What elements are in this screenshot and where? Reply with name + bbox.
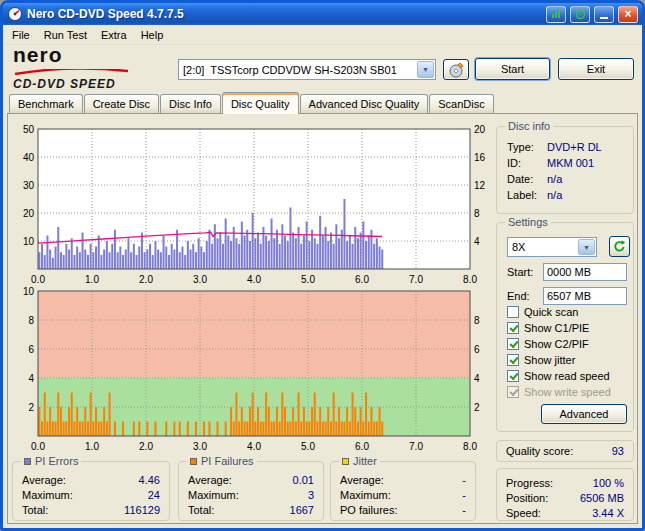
checkbox-show-read-speed[interactable]: Show read speed: [507, 369, 610, 383]
close-button[interactable]: ×: [618, 6, 638, 23]
svg-text:40: 40: [23, 152, 35, 163]
nero-brand-text: nero: [13, 45, 173, 65]
svg-text:6.0: 6.0: [355, 274, 369, 285]
svg-text:30: 30: [23, 180, 35, 191]
titlebar-button-1[interactable]: [546, 6, 566, 23]
svg-text:0.0: 0.0: [31, 274, 45, 285]
checkbox-show-c2-pif[interactable]: Show C2/PIF: [507, 337, 589, 351]
advanced-button[interactable]: Advanced: [541, 404, 627, 424]
checkbox-box: [507, 306, 519, 318]
refresh-icon: [613, 240, 626, 253]
jitter-legend-swatch: [342, 458, 349, 465]
tab-disc-quality[interactable]: Disc Quality: [222, 92, 299, 114]
progress-row: Progress:100 %: [497, 475, 633, 490]
svg-text:7.0: 7.0: [409, 441, 423, 452]
green-disc-icon: [575, 9, 586, 20]
drive-select[interactable]: [2:0] TSSTcorp CDDVDW SH-S203N SB01 ▼: [178, 59, 436, 80]
svg-text:3.0: 3.0: [193, 441, 207, 452]
checkbox-label: Show write speed: [524, 386, 611, 398]
checkbox-show-jitter[interactable]: Show jitter: [507, 353, 575, 367]
scan-status-group: Progress:100 % Position:6506 MB Speed:3.…: [496, 468, 634, 521]
exit-button[interactable]: Exit: [558, 58, 634, 80]
svg-text:5.0: 5.0: [301, 274, 315, 285]
jitter-maximum-value: -: [462, 489, 466, 501]
tab-benchmark[interactable]: Benchmark: [9, 94, 83, 113]
checkbox-show-c1-pie[interactable]: Show C1/PIE: [507, 321, 589, 335]
pi-errors-legend-swatch: [24, 458, 31, 465]
minimize-button[interactable]: [594, 6, 614, 23]
tab-create-disc[interactable]: Create Disc: [84, 94, 159, 113]
position-value: 6506 MB: [580, 492, 624, 504]
menu-help[interactable]: Help: [134, 26, 171, 44]
svg-text:12: 12: [474, 180, 486, 191]
client-area: File Run Test Extra Help nero CD-DVD SPE…: [3, 25, 642, 528]
title-bar[interactable]: Nero CD-DVD Speed 4.7.7.5 ×: [3, 3, 642, 25]
jitter-title: Jitter: [353, 455, 377, 467]
checkbox-label: Show jitter: [524, 354, 575, 366]
tab-strip: Benchmark Create Disc Disc Info Disc Qua…: [9, 92, 495, 113]
svg-text:6.0: 6.0: [355, 441, 369, 452]
svg-text:2.0: 2.0: [139, 274, 153, 285]
tab-scandisc[interactable]: ScanDisc: [429, 94, 493, 113]
tab-disc-info[interactable]: Disc Info: [160, 94, 221, 113]
svg-text:20: 20: [474, 124, 486, 135]
pi-errors-group: PI Errors Average:4.46 Maximum:24 Total:…: [12, 461, 170, 521]
nero-product-text: CD-DVD SPEED: [13, 77, 173, 91]
svg-text:4.0: 4.0: [247, 274, 261, 285]
speed-row: Speed:3.44 X: [497, 505, 633, 520]
svg-text:10: 10: [23, 286, 35, 297]
chevron-down-icon[interactable]: ▼: [417, 61, 434, 78]
progress-value: 100 %: [593, 477, 624, 489]
position-row: Position:6506 MB: [497, 490, 633, 505]
svg-text:8.0: 8.0: [463, 441, 477, 452]
disc-type-value: DVD+R DL: [547, 141, 602, 153]
svg-text:3.0: 3.0: [193, 274, 207, 285]
svg-text:10: 10: [23, 236, 35, 247]
disc-label-value: n/a: [547, 189, 562, 201]
pif-total-value: 1667: [290, 504, 314, 516]
pie-average-value: 4.46: [139, 474, 160, 486]
nero-logo: nero CD-DVD SPEED: [13, 45, 173, 91]
checkbox-box: [507, 386, 519, 398]
minimize-icon: [600, 17, 608, 19]
window-title: Nero CD-DVD Speed 4.7.7.5: [27, 7, 542, 21]
svg-text:4: 4: [474, 373, 480, 384]
header: nero CD-DVD SPEED [2:0] TSSTcorp CDDVDW …: [3, 45, 642, 92]
refresh-button[interactable]: [609, 236, 630, 257]
pi-failures-chart: 0.01.02.03.04.05.06.07.08.01086428642: [18, 286, 494, 456]
jitter-po-failures-value: -: [462, 504, 466, 516]
menu-bar: File Run Test Extra Help: [3, 25, 642, 45]
menu-file[interactable]: File: [5, 26, 37, 44]
svg-text:20: 20: [23, 208, 35, 219]
checkbox-show-write-speed: Show write speed: [507, 385, 611, 399]
menu-run-test[interactable]: Run Test: [37, 26, 94, 44]
checkbox-label: Show C1/PIE: [524, 322, 589, 334]
tab-advanced-disc-quality[interactable]: Advanced Disc Quality: [300, 94, 429, 113]
svg-text:7.0: 7.0: [409, 274, 423, 285]
pie-total-value: 116129: [124, 504, 160, 516]
svg-text:8: 8: [474, 208, 480, 219]
svg-text:4.0: 4.0: [247, 441, 261, 452]
scan-end-label: End:: [507, 290, 530, 302]
start-button[interactable]: Start: [475, 58, 550, 80]
disc-id-row: ID:MKM 001: [497, 155, 633, 171]
titlebar-button-2[interactable]: [570, 6, 590, 23]
menu-extra[interactable]: Extra: [94, 26, 134, 44]
checkbox-box: [507, 370, 519, 382]
close-icon: ×: [624, 7, 631, 21]
chevron-down-icon[interactable]: ▼: [578, 239, 595, 255]
pi-failures-group: PI Failures Average:0.01 Maximum:3 Total…: [178, 461, 324, 521]
checkbox-quick-scan[interactable]: Quick scan: [507, 305, 578, 319]
svg-text:6: 6: [474, 344, 480, 355]
burn-settings-button[interactable]: [443, 59, 469, 80]
svg-text:8: 8: [474, 315, 480, 326]
scan-start-label: Start:: [507, 266, 533, 278]
scan-start-field[interactable]: [543, 263, 627, 281]
pif-maximum-value: 3: [308, 489, 314, 501]
pi-errors-chart: 0.01.02.03.04.05.06.07.08.05040302010201…: [18, 124, 494, 290]
nero-swoosh: [13, 69, 133, 75]
speed-select[interactable]: 8X ▼: [507, 237, 597, 257]
scan-end-field[interactable]: [543, 287, 627, 305]
quality-score-group: Quality score: 93: [496, 440, 634, 462]
checkbox-label: Show C2/PIF: [524, 338, 589, 350]
